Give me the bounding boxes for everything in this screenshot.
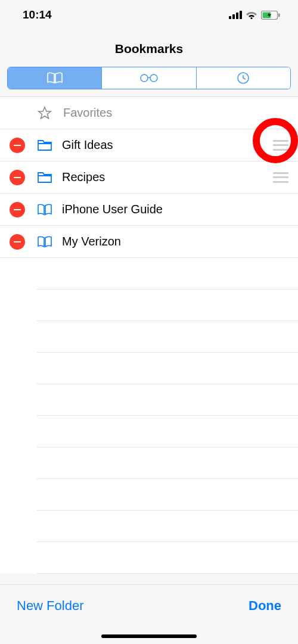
delete-button[interactable] bbox=[10, 138, 25, 153]
status-time: 10:14 bbox=[23, 8, 52, 21]
row-label: My Verizon bbox=[62, 235, 288, 248]
svg-rect-0 bbox=[229, 16, 231, 19]
row-label: Favorites bbox=[63, 106, 288, 120]
header: Bookmarks bbox=[0, 30, 298, 67]
drag-handle[interactable] bbox=[273, 172, 288, 183]
book-icon bbox=[37, 234, 52, 250]
battery-icon bbox=[261, 11, 280, 20]
row-label: Recipes bbox=[62, 170, 273, 184]
book-icon bbox=[46, 72, 63, 84]
glasses-icon bbox=[139, 73, 159, 83]
folder-icon bbox=[37, 170, 52, 185]
svg-point-4 bbox=[250, 17, 252, 19]
book-icon bbox=[37, 202, 52, 217]
tab-bookmarks[interactable] bbox=[8, 67, 102, 89]
svg-point-8 bbox=[141, 74, 148, 82]
delete-button[interactable] bbox=[10, 170, 25, 185]
delete-button[interactable] bbox=[10, 202, 25, 217]
svg-rect-7 bbox=[278, 13, 280, 17]
folder-row[interactable]: Gift Ideas bbox=[0, 129, 298, 161]
svg-rect-2 bbox=[236, 13, 238, 19]
done-button[interactable]: Done bbox=[249, 598, 281, 614]
status-bar: 10:14 bbox=[0, 0, 298, 30]
new-folder-button[interactable]: New Folder bbox=[17, 598, 83, 614]
bookmark-row[interactable]: iPhone User Guide bbox=[0, 194, 298, 226]
svg-point-9 bbox=[150, 74, 157, 82]
folder-icon bbox=[37, 138, 52, 153]
row-label: iPhone User Guide bbox=[62, 203, 288, 216]
tab-history[interactable] bbox=[197, 67, 290, 89]
row-label: Gift Ideas bbox=[62, 138, 273, 152]
bookmark-list: Favorites Gift Ideas Recipes iPhone User… bbox=[0, 97, 298, 574]
delete-button[interactable] bbox=[10, 234, 25, 250]
home-indicator[interactable] bbox=[101, 634, 197, 638]
empty-rows bbox=[37, 258, 298, 574]
bookmark-row[interactable]: My Verizon bbox=[0, 226, 298, 258]
clock-icon bbox=[237, 71, 250, 85]
tab-reading-list[interactable] bbox=[102, 67, 196, 89]
status-icons bbox=[229, 11, 280, 20]
star-icon bbox=[37, 105, 52, 121]
page-title: Bookmarks bbox=[115, 42, 183, 55]
cellular-icon bbox=[229, 11, 242, 19]
svg-rect-3 bbox=[240, 11, 242, 19]
segmented-control bbox=[7, 67, 291, 89]
favorites-row[interactable]: Favorites bbox=[0, 97, 298, 129]
svg-rect-1 bbox=[232, 14, 235, 19]
wifi-icon bbox=[246, 11, 257, 19]
drag-handle[interactable] bbox=[273, 140, 288, 151]
folder-row[interactable]: Recipes bbox=[0, 161, 298, 194]
toolbar: New Folder Done bbox=[0, 584, 298, 644]
